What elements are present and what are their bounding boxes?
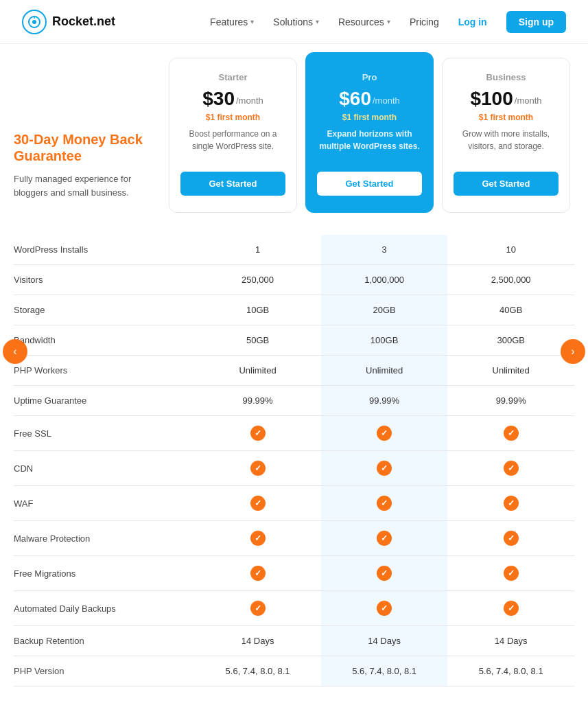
feature-check-cell: ✓ bbox=[321, 451, 448, 486]
feature-label: Backup Retention bbox=[14, 626, 194, 656]
checkmark-icon: ✓ bbox=[504, 566, 519, 581]
nav-features[interactable]: Features ▾ bbox=[210, 16, 254, 27]
feature-check-cell: ✓ bbox=[447, 521, 574, 556]
feature-value-cell: 5.6, 7.4, 8.0, 8.1 bbox=[194, 656, 321, 687]
checkmark-icon: ✓ bbox=[504, 531, 519, 546]
checkmark-icon: ✓ bbox=[250, 601, 266, 616]
feature-check-cell: ✓ bbox=[194, 556, 321, 591]
feature-value-cell: 14 Days bbox=[321, 626, 448, 656]
plan-name: Pro bbox=[317, 72, 422, 82]
feature-label: Storage bbox=[14, 295, 194, 325]
price-period: /month bbox=[373, 95, 400, 106]
nav-solutions[interactable]: Solutions ▾ bbox=[273, 16, 319, 27]
logo[interactable]: Rocket.net bbox=[22, 10, 115, 34]
feature-value-cell: Unlimited bbox=[194, 356, 321, 386]
feature-value-cell: 50GB bbox=[194, 325, 321, 356]
feature-value-cell: 10 bbox=[447, 235, 574, 265]
checkmark-icon: ✓ bbox=[504, 461, 519, 476]
plan-cta-button[interactable]: Get Started bbox=[454, 172, 558, 196]
plan-price-row: $100 /month bbox=[454, 88, 558, 110]
feature-value-cell: 40GB bbox=[447, 295, 574, 325]
feature-check-cell: ✓ bbox=[194, 451, 321, 486]
plan-desc: Expand horizons with multiple WordPress … bbox=[317, 128, 422, 161]
plan-price-row: $60 /month bbox=[317, 88, 422, 110]
guarantee-title: 30-Day Money Back Guarantee bbox=[14, 131, 158, 164]
logo-text: Rocket.net bbox=[52, 14, 115, 29]
checkmark-icon: ✓ bbox=[377, 496, 392, 511]
feature-value-cell: 14 Days bbox=[447, 626, 574, 656]
checkmark-icon: ✓ bbox=[250, 531, 266, 546]
checkmark-icon: ✓ bbox=[250, 496, 266, 511]
plan-price-row: $30 /month bbox=[180, 88, 285, 110]
pricing-top: 30-Day Money Back Guarantee Fully manage… bbox=[14, 58, 574, 213]
checkmark-icon: ✓ bbox=[504, 426, 519, 441]
feature-label: WordPress Installs bbox=[14, 235, 194, 265]
page-wrapper: 30-Day Money Back Guarantee Fully manage… bbox=[0, 58, 588, 703]
feature-check-cell: ✓ bbox=[447, 486, 574, 521]
feature-check-cell: ✓ bbox=[194, 521, 321, 556]
plan-first-month: $1 first month bbox=[180, 113, 285, 122]
feature-value-cell: 99.99% bbox=[194, 386, 321, 416]
price-dollar: $100 bbox=[470, 88, 513, 110]
feature-check-cell: ✓ bbox=[321, 521, 448, 556]
checkmark-icon: ✓ bbox=[504, 601, 519, 616]
feature-label: PHP Version bbox=[14, 656, 194, 687]
feature-label: PHP Workers bbox=[14, 356, 194, 386]
checkmark-icon: ✓ bbox=[377, 426, 392, 441]
feature-check-cell: ✓ bbox=[447, 416, 574, 451]
plan-name: Business bbox=[454, 72, 558, 82]
feature-value-cell: 99.99% bbox=[321, 386, 448, 416]
feature-check-cell: ✓ bbox=[321, 591, 448, 626]
feature-check-cell: ✓ bbox=[321, 416, 448, 451]
checkmark-icon: ✓ bbox=[377, 531, 392, 546]
plan-card-pro: Pro $60 /month $1 first month Expand hor… bbox=[305, 52, 434, 213]
guarantee-desc: Fully managed experience for bloggers an… bbox=[14, 172, 158, 199]
feature-check-cell: ✓ bbox=[447, 451, 574, 486]
next-plan-button[interactable]: › bbox=[561, 339, 585, 364]
plan-cta-button[interactable]: Get Started bbox=[317, 172, 422, 196]
guarantee-box: 30-Day Money Back Guarantee Fully manage… bbox=[14, 117, 165, 213]
feature-check-cell: ✓ bbox=[321, 486, 448, 521]
price-period: /month bbox=[515, 95, 542, 106]
feature-check-cell: ✓ bbox=[321, 556, 448, 591]
feature-label: Visitors bbox=[14, 265, 194, 295]
feature-value-cell: 20GB bbox=[321, 295, 448, 325]
feature-value-cell: 14 Days bbox=[194, 626, 321, 656]
feature-value-cell: 2,500,000 bbox=[447, 265, 574, 295]
feature-value-cell: 250,000 bbox=[194, 265, 321, 295]
feature-check-cell: ✓ bbox=[194, 591, 321, 626]
feature-check-cell: ✓ bbox=[447, 591, 574, 626]
feature-check-cell: ✓ bbox=[447, 556, 574, 591]
chevron-down-icon: ▾ bbox=[250, 18, 254, 25]
checkmark-icon: ✓ bbox=[377, 601, 392, 616]
navbar: Rocket.net Features ▾ Solutions ▾ Resour… bbox=[0, 0, 588, 44]
nav-pricing[interactable]: Pricing bbox=[410, 16, 439, 27]
price-period: /month bbox=[236, 95, 263, 106]
plan-card-starter: Starter $30 /month $1 first month Boost … bbox=[169, 58, 297, 213]
checkmark-icon: ✓ bbox=[250, 461, 266, 476]
feature-value-cell: 99.99% bbox=[447, 386, 574, 416]
checkmark-icon: ✓ bbox=[377, 566, 392, 581]
chevron-down-icon: ▾ bbox=[316, 18, 319, 25]
checkmark-icon: ✓ bbox=[504, 496, 519, 511]
feature-value-cell: 1 bbox=[194, 235, 321, 265]
nav-resources[interactable]: Resources ▾ bbox=[338, 16, 390, 27]
feature-check-cell: ✓ bbox=[194, 486, 321, 521]
checkmark-icon: ✓ bbox=[250, 426, 266, 441]
nav-signup-button[interactable]: Sign up bbox=[506, 11, 566, 33]
feature-value-cell: 3 bbox=[321, 235, 448, 265]
plan-cta-button[interactable]: Get Started bbox=[180, 172, 285, 196]
feature-value-cell: 10GB bbox=[194, 295, 321, 325]
prev-plan-button[interactable]: ‹ bbox=[3, 339, 27, 364]
feature-value-cell: Unlimited bbox=[321, 356, 448, 386]
feature-value-cell: 1,000,000 bbox=[321, 265, 448, 295]
price-dollar: $60 bbox=[339, 88, 371, 110]
comparison-table: WordPress Installs1310Visitors250,0001,0… bbox=[14, 235, 574, 687]
feature-value-cell: 300GB bbox=[447, 325, 574, 356]
plan-first-month: $1 first month bbox=[317, 113, 422, 122]
nav-login[interactable]: Log in bbox=[458, 16, 487, 27]
feature-label: Malware Protection bbox=[14, 521, 194, 556]
nav-links: Features ▾ Solutions ▾ Resources ▾ Prici… bbox=[210, 11, 566, 33]
plan-card-business: Business $100 /month $1 first month Grow… bbox=[442, 58, 570, 213]
price-dollar: $30 bbox=[202, 88, 235, 110]
